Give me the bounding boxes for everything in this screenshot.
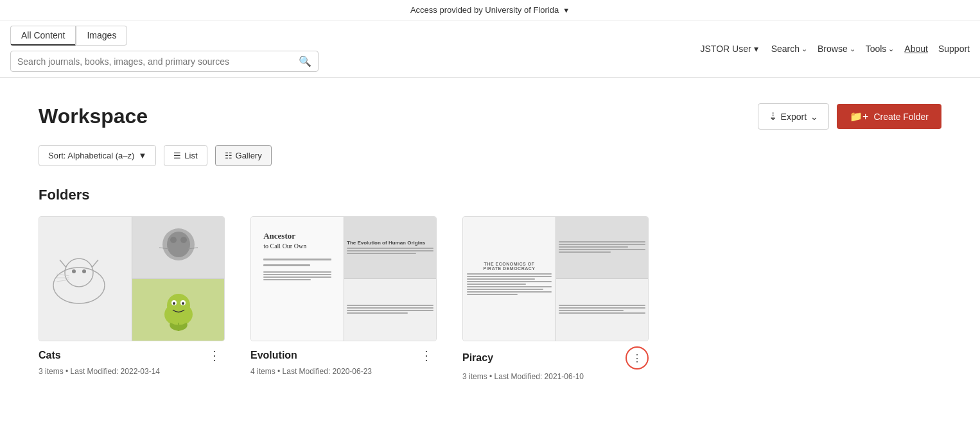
svg-point-19 xyxy=(173,302,175,305)
folders-title: Folders xyxy=(39,187,941,203)
thumb-cats-top xyxy=(132,217,224,279)
folder-name-piracy: Piracy xyxy=(462,352,493,364)
sort-button[interactable]: Sort: Alphabetical (a–z) ▼ xyxy=(39,145,156,166)
folder-card-cats: Cats ⋮ 3 items • Last Modified: 2022-03-… xyxy=(39,216,225,381)
folder-thumbnail-piracy[interactable]: THE ECONOMICS OFPIRATE DEMOCRACY xyxy=(462,216,649,341)
gallery-view-button[interactable]: ☷ Gallery xyxy=(215,145,272,166)
nav-browse[interactable]: Browse ⌄ xyxy=(818,44,855,54)
page-title: Workspace xyxy=(39,105,148,128)
evolution-text-main: Ancestorto Call Our Own xyxy=(256,223,339,335)
workspace-header: Workspace ⇣ Export ⌄ 📁+ Create Folder xyxy=(39,103,941,130)
thumb-piracy-right xyxy=(556,217,648,341)
header-left: All Content Images 🔍 xyxy=(10,26,319,72)
tab-all-content[interactable]: All Content xyxy=(10,26,76,46)
cats-sticker-icon xyxy=(156,287,201,332)
search-bar: 🔍 xyxy=(10,51,319,72)
export-button[interactable]: ⇣ Export ⌄ xyxy=(758,103,829,130)
gallery-icon: ☷ xyxy=(225,151,232,160)
access-text: Access provided by University of Florida xyxy=(410,5,559,15)
folder-thumbnail-cats[interactable] xyxy=(39,216,225,341)
thumb-evolution-bottom xyxy=(344,279,436,341)
svg-point-7 xyxy=(72,269,76,273)
main-header: All Content Images 🔍 JSTOR User ▾ Search… xyxy=(0,21,980,78)
page-content: Workspace ⇣ Export ⌄ 📁+ Create Folder So… xyxy=(0,78,980,407)
thumb-piracy-main: THE ECONOMICS OFPIRATE DEMOCRACY xyxy=(463,217,556,341)
folder-card-evolution: Ancestorto Call Our Own xyxy=(250,216,437,381)
create-folder-button[interactable]: 📁+ Create Folder xyxy=(837,104,941,129)
thumb-piracy-bottom xyxy=(556,279,648,341)
nav-about[interactable]: About xyxy=(904,44,928,54)
list-icon: ☰ xyxy=(173,151,181,160)
folder-footer-evolution: Evolution ⋮ xyxy=(250,346,437,364)
folder-more-cats[interactable]: ⋮ xyxy=(204,346,225,364)
svg-point-12 xyxy=(180,237,187,243)
folder-footer-piracy: Piracy ⋮ xyxy=(462,346,649,370)
folder-meta-cats: 3 items • Last Modified: 2022-03-14 xyxy=(39,367,225,376)
folders-grid: Cats ⋮ 3 items • Last Modified: 2022-03-… xyxy=(39,216,941,381)
user-menu[interactable]: JSTOR User ▾ xyxy=(701,44,758,54)
workspace-actions: ⇣ Export ⌄ 📁+ Create Folder xyxy=(758,103,941,130)
thumb-piracy-top xyxy=(556,217,648,279)
search-input[interactable] xyxy=(17,56,293,67)
nav-support[interactable]: Support xyxy=(938,44,970,54)
folder-thumbnail-evolution[interactable]: Ancestorto Call Our Own xyxy=(250,216,437,341)
folder-footer-cats: Cats ⋮ xyxy=(39,346,225,364)
svg-point-8 xyxy=(82,269,86,273)
svg-line-2 xyxy=(60,260,66,268)
svg-point-16 xyxy=(167,294,190,317)
view-controls: Sort: Alphabetical (a–z) ▼ ☰ List ☷ Gall… xyxy=(39,145,941,166)
nav-search[interactable]: Search ⌄ xyxy=(771,44,807,54)
thumb-evolution-top: The Evolution of Human Origins xyxy=(344,217,436,279)
export-icon: ⇣ xyxy=(769,110,777,123)
folder-meta-piracy: 3 items • Last Modified: 2021-06-10 xyxy=(462,372,649,381)
user-label-text: JSTOR User xyxy=(701,44,751,54)
thumb-cats-right xyxy=(132,217,224,341)
list-view-button[interactable]: ☰ List xyxy=(164,145,207,166)
folder-name-cats: Cats xyxy=(39,350,61,361)
thumb-cats-main xyxy=(39,217,132,341)
folders-section: Folders xyxy=(39,187,941,381)
folder-name-evolution: Evolution xyxy=(250,350,297,361)
folder-more-evolution[interactable]: ⋮ xyxy=(416,346,437,364)
folder-meta-evolution: 4 items • Last Modified: 2020-06-23 xyxy=(250,367,437,376)
thumb-evolution-main: Ancestorto Call Our Own xyxy=(251,217,344,341)
sort-chevron: ▼ xyxy=(138,151,146,160)
svg-line-3 xyxy=(92,260,98,268)
tab-bar: All Content Images xyxy=(10,26,319,46)
thumb-evolution-right: The Evolution of Human Origins xyxy=(344,217,436,341)
nav-tools[interactable]: Tools ⌄ xyxy=(866,44,895,54)
header-right: JSTOR User ▾ Search ⌄ Browse ⌄ Tools ⌄ A… xyxy=(701,44,970,54)
user-chevron: ▾ xyxy=(754,44,758,54)
access-banner: Access provided by University of Florida… xyxy=(0,0,980,21)
export-chevron: ⌄ xyxy=(810,112,818,122)
thumb-cats-bottom xyxy=(132,279,224,341)
folder-card-piracy: THE ECONOMICS OFPIRATE DEMOCRACY xyxy=(462,216,649,381)
cats-photo-icon xyxy=(153,222,204,273)
folder-plus-icon: 📁+ xyxy=(850,110,868,123)
svg-point-0 xyxy=(53,268,105,303)
search-icon[interactable]: 🔍 xyxy=(299,55,311,67)
svg-point-20 xyxy=(182,302,184,305)
banner-chevron[interactable]: ▼ xyxy=(563,6,570,14)
svg-point-1 xyxy=(65,259,93,287)
svg-point-10 xyxy=(167,232,190,257)
nav-links: Search ⌄ Browse ⌄ Tools ⌄ About Support xyxy=(771,44,970,54)
folder-more-piracy[interactable]: ⋮ xyxy=(626,346,649,370)
tab-images[interactable]: Images xyxy=(76,26,127,46)
svg-point-11 xyxy=(170,237,177,243)
cats-sketch-icon xyxy=(47,241,124,318)
